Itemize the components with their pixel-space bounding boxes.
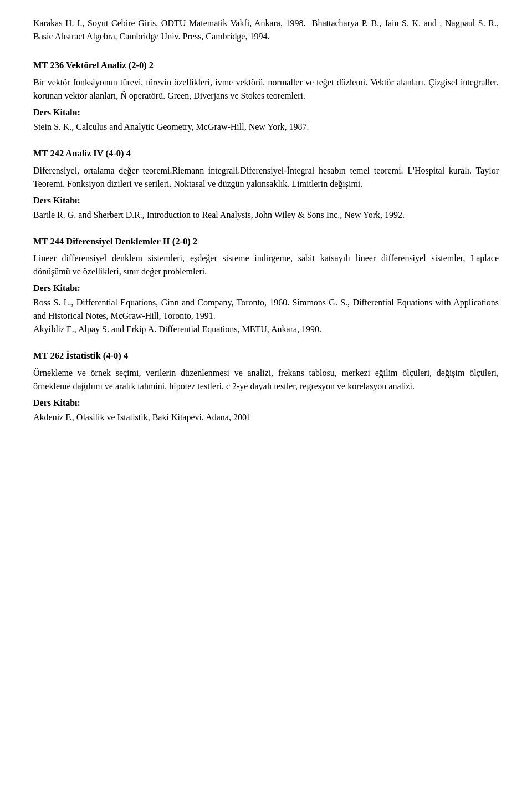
course-title-mt236: MT 236 Vektörel Analiz (2-0) 2 xyxy=(33,59,499,73)
textbook-ref-mt242: Bartle R. G. and Sherbert D.R., Introduc… xyxy=(33,208,499,222)
textbook-label-mt236: Ders Kitabı: xyxy=(33,106,499,119)
textbook-ref-mt236: Stein S. K., Calculus and Analytic Geome… xyxy=(33,120,499,134)
course-mt244: MT 244 Diferensiyel Denklemler II (2-0) … xyxy=(33,235,499,337)
course-mt236: MT 236 Vektörel Analiz (2-0) 2 Bir vektö… xyxy=(33,59,499,134)
and-word: and xyxy=(424,18,437,28)
course-desc-mt242: Diferensiyel, ortalama değer teoremi.Rie… xyxy=(33,164,499,191)
textbook-ref-mt262: Akdeniz F., Olasilik ve Istatistik, Baki… xyxy=(33,411,499,424)
course-mt262: MT 262 İstatistik (4-0) 4 Örnekleme ve ö… xyxy=(33,349,499,424)
textbook-label-mt262: Ders Kitabı: xyxy=(33,396,499,410)
course-title-mt262: MT 262 İstatistik (4-0) 4 xyxy=(33,349,499,363)
course-title-mt244: MT 244 Diferensiyel Denklemler II (2-0) … xyxy=(33,235,499,249)
course-desc-mt236: Bir vektör fonksiyonun türevi, türevin ö… xyxy=(33,76,499,103)
course-desc-mt244: Lineer differensiyel denklem sistemleri,… xyxy=(33,252,499,278)
top-reference: Karakas H. I., Soyut Cebire Giris, ODTU … xyxy=(33,17,499,43)
textbook-ref-mt244-line2: Akyildiz E., Alpay S. and Erkip A. Diffe… xyxy=(33,323,499,336)
textbook-ref-mt244-line1: Ross S. L., Differential Equations, Ginn… xyxy=(33,296,499,323)
course-desc-mt262: Örnekleme ve örnek seçimi, verilerin düz… xyxy=(33,366,499,393)
course-mt242: MT 242 Analiz IV (4-0) 4 Diferensiyel, o… xyxy=(33,147,499,222)
textbook-label-mt242: Ders Kitabı: xyxy=(33,194,499,207)
page-content: Karakas H. I., Soyut Cebire Giris, ODTU … xyxy=(33,17,499,424)
textbook-label-mt244: Ders Kitabı: xyxy=(33,282,499,295)
top-reference-text: Karakas H. I., Soyut Cebire Giris, ODTU … xyxy=(33,17,499,43)
course-title-mt242: MT 242 Analiz IV (4-0) 4 xyxy=(33,147,499,161)
